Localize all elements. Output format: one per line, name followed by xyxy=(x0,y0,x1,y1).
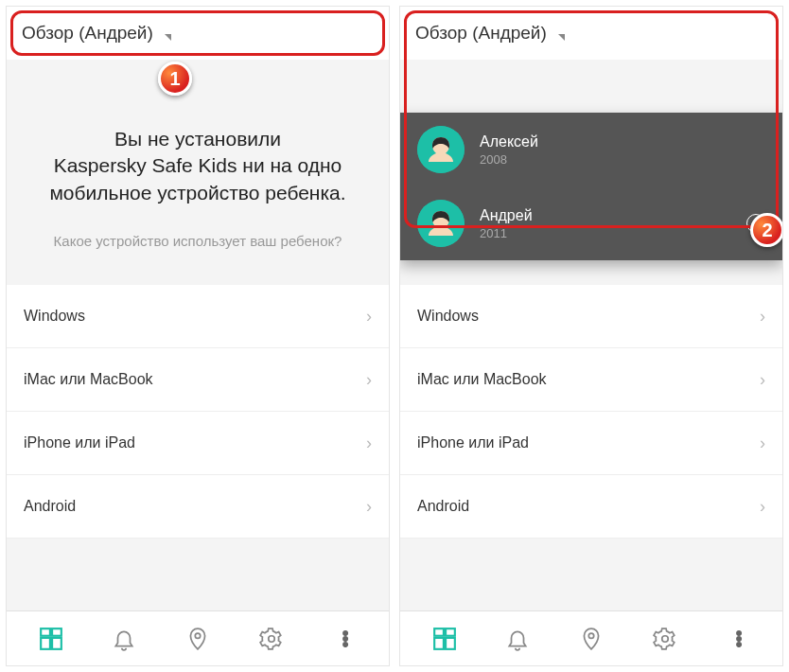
device-label: iMac или MacBook xyxy=(417,371,547,388)
header-dropdown[interactable]: Обзор (Андрей) xyxy=(415,23,547,44)
svg-rect-10 xyxy=(434,637,444,648)
profile-year: 2008 xyxy=(480,152,765,167)
profile-item-andrey[interactable]: Андрей 2011 xyxy=(400,186,782,260)
dropdown-triangle-icon[interactable] xyxy=(165,34,171,41)
chevron-right-icon: › xyxy=(366,433,372,453)
device-label: Android xyxy=(24,498,76,515)
bottom-nav: ••• xyxy=(400,610,782,665)
main-content: Вы не установили Kaspersky Safe Kids ни … xyxy=(7,60,389,610)
chevron-right-icon: › xyxy=(760,307,765,327)
annotation-badge-1: 1 xyxy=(158,62,192,96)
device-label: iPhone или iPad xyxy=(24,434,135,451)
svg-point-4 xyxy=(195,633,200,638)
profile-dropdown: Алексей 2008 Андрей 2011 xyxy=(400,113,782,260)
device-item-mac[interactable]: iMac или MacBook › xyxy=(7,348,389,412)
device-list: Windows › iMac или MacBook › iPhone или … xyxy=(7,285,389,539)
svg-rect-9 xyxy=(446,628,455,636)
device-item-ios[interactable]: iPhone или iPad › xyxy=(7,412,389,475)
profile-text: Андрей 2011 xyxy=(480,207,731,240)
dropdown-triangle-icon[interactable] xyxy=(558,34,565,41)
chevron-right-icon: › xyxy=(366,497,372,517)
profile-text: Алексей 2008 xyxy=(480,133,765,167)
profile-name: Алексей xyxy=(480,133,765,150)
chevron-right-icon: › xyxy=(760,433,765,453)
device-label: Windows xyxy=(24,308,85,325)
nav-bell-icon[interactable] xyxy=(505,627,530,651)
intro-block: Вы не установили Kaspersky Safe Kids ни … xyxy=(7,60,389,258)
device-item-android[interactable]: Android › xyxy=(7,475,389,539)
chevron-right-icon: › xyxy=(366,370,372,390)
intro-question: Какое устройство использует ваш ребенок? xyxy=(29,233,366,249)
device-label: iPhone или iPad xyxy=(417,434,529,451)
profile-item-alexey[interactable]: Алексей 2008 xyxy=(400,113,782,186)
device-item-mac[interactable]: iMac или MacBook › xyxy=(400,348,782,412)
device-label: iMac или MacBook xyxy=(24,371,153,388)
header-bar: Обзор (Андрей) xyxy=(400,7,782,60)
nav-bell-icon[interactable] xyxy=(112,627,136,651)
header-bar: Обзор (Андрей) xyxy=(7,7,389,60)
device-item-android[interactable]: Android › xyxy=(400,475,782,539)
nav-location-icon[interactable] xyxy=(579,627,604,651)
nav-overview-icon[interactable] xyxy=(432,627,457,651)
svg-rect-1 xyxy=(52,628,61,636)
svg-point-13 xyxy=(661,635,668,642)
svg-rect-2 xyxy=(41,637,50,648)
nav-settings-icon[interactable] xyxy=(653,627,677,651)
profile-year: 2011 xyxy=(480,226,731,240)
intro-heading: Вы не установили Kaspersky Safe Kids ни … xyxy=(29,126,366,206)
nav-more-icon[interactable]: ••• xyxy=(332,627,357,651)
phone-screen-left: 1 Обзор (Андрей) Вы не установили Kasper… xyxy=(6,6,390,666)
device-item-windows[interactable]: Windows › xyxy=(400,285,782,348)
device-label: Android xyxy=(417,498,469,515)
chevron-right-icon: › xyxy=(760,370,765,390)
svg-point-12 xyxy=(588,633,593,638)
profile-name: Андрей xyxy=(480,207,731,224)
phone-screen-right: 2 Обзор (Андрей) Алексей 2008 Андрей xyxy=(399,6,783,666)
device-item-windows[interactable]: Windows › xyxy=(7,285,389,348)
chevron-right-icon: › xyxy=(760,497,765,517)
nav-overview-icon[interactable] xyxy=(39,627,63,651)
svg-rect-0 xyxy=(41,628,50,636)
nav-more-icon[interactable]: ••• xyxy=(726,627,750,651)
device-list: Windows › iMac или MacBook › iPhone или … xyxy=(400,285,782,539)
avatar xyxy=(417,126,465,173)
header-dropdown[interactable]: Обзор (Андрей) xyxy=(22,23,153,44)
svg-point-5 xyxy=(268,635,274,642)
svg-rect-8 xyxy=(434,628,444,636)
device-item-ios[interactable]: iPhone или iPad › xyxy=(400,412,782,475)
avatar xyxy=(417,200,465,247)
svg-rect-11 xyxy=(446,637,455,648)
nav-settings-icon[interactable] xyxy=(259,627,284,651)
device-label: Windows xyxy=(417,308,479,325)
nav-location-icon[interactable] xyxy=(185,627,210,651)
annotation-badge-2: 2 xyxy=(750,213,783,247)
chevron-right-icon: › xyxy=(366,307,372,327)
svg-rect-3 xyxy=(52,637,61,648)
main-content: Алексей 2008 Андрей 2011 Вы не установи xyxy=(400,60,782,610)
bottom-nav: ••• xyxy=(7,610,389,665)
